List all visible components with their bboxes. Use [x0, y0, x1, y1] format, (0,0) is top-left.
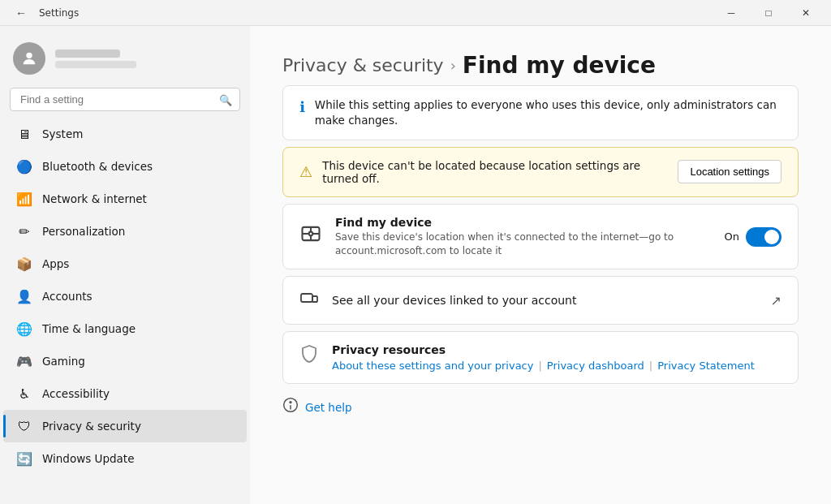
sidebar-item-apps[interactable]: 📦Apps: [3, 248, 247, 280]
external-link-icon: ↗: [771, 293, 781, 308]
personalization-icon: ✏️: [16, 223, 32, 239]
sidebar-item-personalization[interactable]: ✏️Personalization: [3, 215, 247, 248]
network-icon: 📶: [16, 191, 32, 207]
sidebar-item-update[interactable]: 🔄Windows Update: [3, 442, 247, 475]
avatar: [13, 42, 45, 75]
sidebar: 🔍 🖥System🔵Bluetooth & devices📶Network & …: [0, 26, 250, 504]
find-device-toggle[interactable]: [746, 227, 781, 247]
user-email: [55, 61, 136, 68]
minimize-button[interactable]: ─: [713, 0, 750, 26]
sidebar-item-apps-label: Apps: [42, 257, 69, 270]
device-info: Find my device Save this device's locati…: [335, 216, 712, 258]
svg-point-2: [309, 232, 313, 236]
accessibility-icon: ♿: [16, 386, 32, 402]
sidebar-item-accessibility-label: Accessibility: [42, 387, 110, 400]
sidebar-item-accounts[interactable]: 👤Accounts: [3, 280, 247, 312]
info-text: While this setting applies to everyone w…: [315, 97, 781, 128]
user-name: [55, 50, 120, 58]
sidebar-item-system[interactable]: 🖥System: [3, 118, 247, 150]
sidebar-item-privacy-label: Privacy & security: [42, 420, 141, 433]
close-button[interactable]: ✕: [787, 0, 825, 26]
warning-text: This device can't be located because loc…: [322, 159, 668, 185]
sidebar-item-time-label: Time & language: [42, 322, 136, 335]
system-icon: 🖥: [16, 126, 32, 142]
gaming-icon: 🎮: [16, 353, 32, 369]
toggle-on-label: On: [725, 230, 739, 243]
titlebar: ← Settings ─ □ ✕: [0, 0, 831, 26]
sidebar-item-network-label: Network & internet: [42, 192, 147, 205]
privacy-content: Privacy resources About these settings a…: [332, 343, 755, 372]
search-icon: 🔍: [219, 93, 232, 106]
warning-card: ⚠️ This device can't be located because …: [282, 147, 799, 197]
search-input[interactable]: [10, 88, 240, 111]
find-my-device-card: Find my device Save this device's locati…: [282, 204, 799, 270]
privacy-link-about[interactable]: About these settings and your privacy: [332, 360, 533, 372]
find-device-title: Find my device: [335, 216, 712, 229]
back-button[interactable]: ←: [10, 2, 32, 24]
search-box: 🔍: [10, 88, 240, 111]
location-settings-button[interactable]: Location settings: [678, 160, 781, 183]
sidebar-item-privacy[interactable]: 🛡Privacy & security: [3, 410, 247, 442]
svg-point-11: [289, 401, 291, 403]
app-body: 🔍 🖥System🔵Bluetooth & devices📶Network & …: [0, 26, 831, 504]
privacy-link-separator: |: [538, 360, 541, 372]
sidebar-item-accessibility[interactable]: ♿Accessibility: [3, 377, 247, 410]
privacy-resources-card: Privacy resources About these settings a…: [282, 331, 799, 384]
content-area: Privacy & security › Find my device ℹ️ W…: [250, 26, 831, 504]
accounts-icon: 👤: [16, 288, 32, 304]
devices-linked-icon: [299, 288, 319, 312]
sidebar-item-update-label: Windows Update: [42, 452, 134, 465]
find-device-description: Save this device's location when it's co…: [335, 230, 712, 258]
privacy-shield-icon: [299, 343, 319, 368]
devices-linked-left: See all your devices linked to your acco…: [299, 288, 576, 312]
svg-point-0: [26, 53, 32, 58]
time-icon: 🌐: [16, 321, 32, 337]
titlebar-left: ← Settings: [10, 2, 79, 24]
bluetooth-icon: 🔵: [16, 158, 32, 174]
sidebar-item-network[interactable]: 📶Network & internet: [3, 183, 247, 215]
window-controls: ─ □ ✕: [713, 0, 825, 26]
sidebar-item-gaming[interactable]: 🎮Gaming: [3, 345, 247, 377]
help-icon: [282, 397, 299, 417]
svg-rect-7: [301, 294, 312, 302]
sidebar-item-bluetooth[interactable]: 🔵Bluetooth & devices: [3, 150, 247, 183]
privacy-link-dashboard[interactable]: Privacy dashboard: [547, 360, 644, 372]
privacy-icon: 🛡: [16, 418, 32, 434]
get-help-label: Get help: [305, 401, 352, 414]
apps-icon: 📦: [16, 256, 32, 272]
sidebar-item-bluetooth-label: Bluetooth & devices: [42, 160, 153, 173]
sidebar-item-gaming-label: Gaming: [42, 355, 85, 368]
info-icon: ℹ️: [299, 98, 305, 115]
privacy-resources-title: Privacy resources: [332, 343, 755, 356]
breadcrumb: Privacy & security › Find my device: [282, 52, 799, 79]
device-icon: [299, 222, 322, 251]
app-title: Settings: [39, 7, 79, 19]
devices-linked-text: See all your devices linked to your acco…: [332, 294, 576, 307]
maximize-button[interactable]: □: [750, 0, 787, 26]
breadcrumb-separator: ›: [450, 57, 456, 74]
privacy-link-separator: |: [649, 360, 652, 372]
sidebar-item-time[interactable]: 🌐Time & language: [3, 312, 247, 345]
svg-point-10: [284, 398, 298, 412]
breadcrumb-parent: Privacy & security: [282, 55, 444, 75]
privacy-link-statement[interactable]: Privacy Statement: [657, 360, 755, 372]
sidebar-item-accounts-label: Accounts: [42, 290, 93, 303]
get-help[interactable]: Get help: [282, 397, 799, 417]
warning-left: ⚠️ This device can't be located because …: [299, 159, 668, 185]
user-profile: [0, 32, 250, 88]
devices-linked-card[interactable]: See all your devices linked to your acco…: [282, 276, 799, 325]
warning-icon: ⚠️: [299, 163, 312, 180]
user-info: [55, 50, 136, 68]
sidebar-item-personalization-label: Personalization: [42, 225, 125, 238]
breadcrumb-current: Find my device: [463, 52, 656, 79]
nav-list: 🖥System🔵Bluetooth & devices📶Network & in…: [0, 118, 250, 475]
privacy-links: About these settings and your privacy|Pr…: [332, 360, 755, 372]
info-card: ℹ️ While this setting applies to everyon…: [282, 85, 799, 140]
svg-rect-8: [312, 296, 317, 302]
update-icon: 🔄: [16, 450, 32, 467]
sidebar-item-system-label: System: [42, 127, 83, 140]
find-device-toggle-area: On: [725, 227, 781, 247]
